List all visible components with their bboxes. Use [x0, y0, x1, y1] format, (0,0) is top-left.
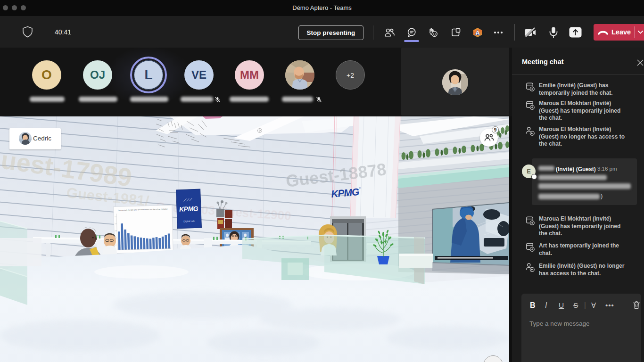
- svg-text:A: A: [475, 30, 479, 36]
- svg-text:KPMG: KPMG: [179, 205, 198, 213]
- svg-text:Digital Lab: Digital Lab: [183, 220, 195, 223]
